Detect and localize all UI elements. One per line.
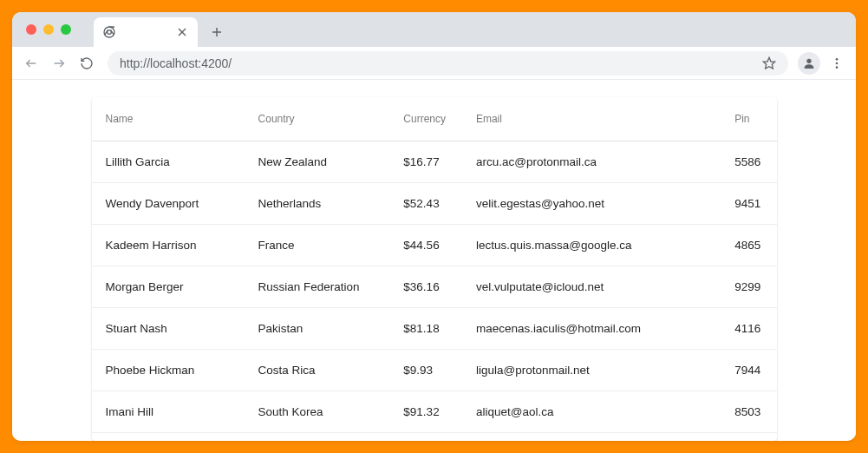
- cell-currency: $52.43: [389, 182, 462, 224]
- cell-email: aliquet@aol.ca: [462, 391, 721, 432]
- browser-tab[interactable]: [94, 17, 198, 47]
- cell-country: Costa Rica: [245, 349, 390, 391]
- back-button[interactable]: [19, 51, 43, 76]
- table-row[interactable]: Lillith GarciaNew Zealand$16.77arcu.ac@p…: [92, 141, 777, 182]
- cell-email: ligula@protonmail.net: [462, 349, 721, 391]
- cell-pin: 8503: [721, 391, 776, 432]
- toolbar: http://localhost:4200/: [12, 47, 856, 80]
- svg-point-14: [836, 62, 839, 64]
- close-tab-icon[interactable]: [175, 25, 189, 39]
- cell-email: maecenas.iaculis@hotmail.com: [462, 307, 721, 349]
- cell-currency: $81.18: [389, 307, 462, 349]
- cell-pin: 5586: [721, 141, 776, 182]
- cell-pin: 7944: [721, 349, 776, 391]
- new-tab-button[interactable]: [205, 20, 229, 44]
- bookmark-star-icon[interactable]: [762, 56, 776, 70]
- cell-currency: $9.93: [389, 349, 462, 391]
- reload-button[interactable]: [75, 51, 99, 76]
- cell-country: South Korea: [245, 391, 390, 432]
- url-text: http://localhost:4200/: [120, 56, 232, 70]
- cell-name: Lillith Garcia: [92, 141, 245, 182]
- cell-currency: $44.56: [389, 224, 462, 266]
- maximize-window-icon[interactable]: [61, 24, 71, 35]
- cell-currency: $16.77: [389, 141, 462, 182]
- cell-country: Netherlands: [245, 182, 390, 224]
- cell-country: Pakistan: [245, 307, 390, 349]
- header-name[interactable]: Name: [92, 97, 245, 141]
- table-row[interactable]: Kadeem HarrisonFrance$44.56lectus.quis.m…: [92, 224, 777, 266]
- address-bar[interactable]: http://localhost:4200/: [108, 51, 788, 76]
- window-controls: [26, 24, 71, 35]
- cell-email: lectus.quis.massa@google.ca: [462, 224, 721, 266]
- tab-bar: [12, 12, 856, 47]
- cell-pin: 9299: [721, 266, 776, 307]
- cell-country: Russian Federation: [245, 266, 390, 307]
- svg-marker-11: [763, 57, 774, 69]
- page-viewport: Name Country Currency Email Pin Lillith …: [12, 80, 856, 441]
- cell-name: Phoebe Hickman: [92, 349, 245, 391]
- cell-country: New Zealand: [245, 141, 390, 182]
- header-email[interactable]: Email: [462, 97, 721, 141]
- cell-name: Imani Hill: [92, 391, 245, 432]
- avatar-icon: [798, 52, 820, 75]
- cell-currency: $91.32: [389, 391, 462, 432]
- svg-point-13: [836, 58, 839, 61]
- cell-email: arcu.ac@protonmail.ca: [462, 141, 721, 182]
- table-row[interactable]: Stuart NashPakistan$81.18maecenas.iaculi…: [92, 307, 777, 349]
- header-pin[interactable]: Pin: [721, 97, 776, 141]
- cell-email: vel.vulputate@icloud.net: [462, 266, 721, 307]
- svg-point-12: [806, 58, 811, 62]
- data-table-card: Name Country Currency Email Pin Lillith …: [92, 97, 777, 441]
- cell-name: Stuart Nash: [92, 307, 245, 349]
- table-header-row: Name Country Currency Email Pin: [92, 97, 777, 141]
- minimize-window-icon[interactable]: [43, 24, 54, 35]
- close-window-icon[interactable]: [26, 24, 36, 35]
- cell-pin: 4116: [721, 307, 776, 349]
- table-row[interactable]: Phoebe HickmanCosta Rica$9.93ligula@prot…: [92, 349, 777, 391]
- cell-pin: 9451: [721, 182, 776, 224]
- cell-currency: $36.16: [389, 266, 462, 307]
- svg-point-0: [104, 27, 114, 37]
- header-currency[interactable]: Currency: [389, 97, 462, 141]
- cell-name: Wendy Davenport: [92, 182, 245, 224]
- menu-button[interactable]: [825, 51, 849, 76]
- table-row[interactable]: Morgan BergerRussian Federation$36.16vel…: [92, 266, 777, 307]
- browser-window: http://localhost:4200/ Name Country Curr…: [12, 12, 856, 441]
- forward-button[interactable]: [47, 51, 71, 76]
- header-country[interactable]: Country: [245, 97, 390, 141]
- table-row[interactable]: Imani HillSouth Korea$91.32aliquet@aol.c…: [92, 391, 777, 432]
- cell-name: Kadeem Harrison: [92, 224, 245, 266]
- table-row[interactable]: Wendy DavenportNetherlands$52.43velit.eg…: [92, 182, 777, 224]
- data-table: Name Country Currency Email Pin Lillith …: [92, 97, 777, 433]
- cell-email: velit.egestas@yahoo.net: [462, 182, 721, 224]
- cell-country: France: [245, 224, 390, 266]
- cell-name: Morgan Berger: [92, 266, 245, 307]
- cell-pin: 4865: [721, 224, 776, 266]
- svg-point-15: [836, 66, 839, 69]
- profile-button[interactable]: [797, 51, 821, 76]
- favicon-icon: [102, 25, 116, 39]
